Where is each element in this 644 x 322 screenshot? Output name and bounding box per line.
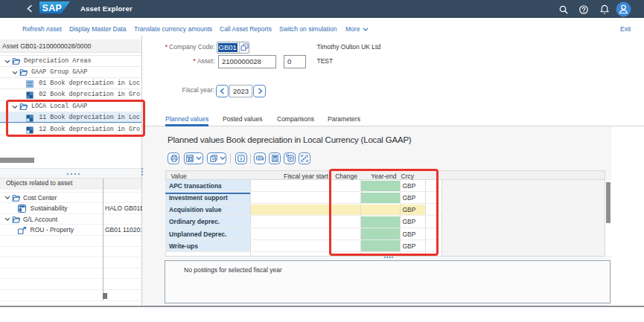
svg-text:SAP: SAP [42,3,63,13]
